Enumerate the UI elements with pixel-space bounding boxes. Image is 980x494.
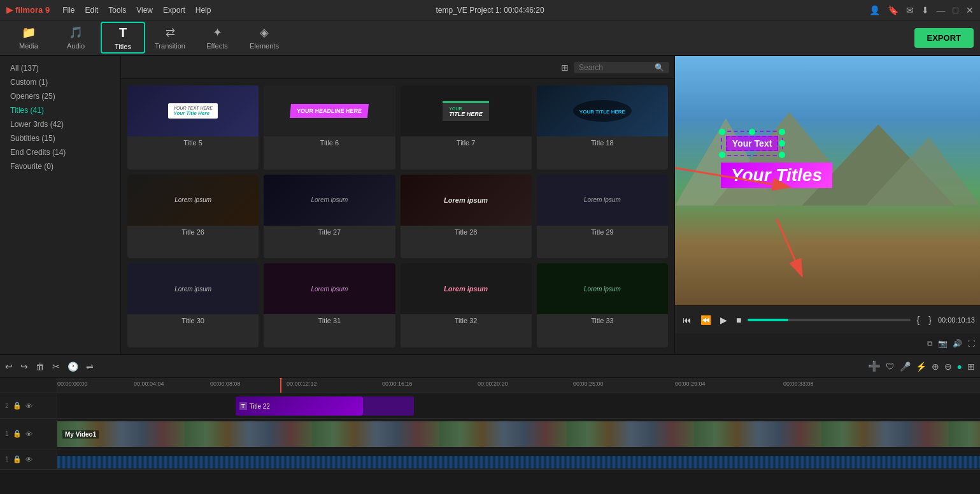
- fit-icon[interactable]: ⊞: [967, 361, 975, 372]
- toolbar-titles[interactable]: T Titles: [101, 22, 145, 54]
- step-back-button[interactable]: ⏪: [698, 314, 714, 326]
- maximize-button[interactable]: □: [953, 5, 958, 15]
- thumb-title7: YOUR TITLE HERE: [401, 85, 532, 136]
- grid-item-title32[interactable]: Lorem ipsum Title 32: [401, 263, 532, 347]
- elements-icon: ◈: [260, 25, 269, 40]
- grid-label-title33: Title 33: [537, 314, 668, 327]
- fullscreen-icon[interactable]: ⛶: [967, 339, 975, 348]
- toolbar-audio[interactable]: 🎵 Audio: [53, 22, 98, 54]
- account-icon[interactable]: 👤: [869, 5, 880, 15]
- search-icon[interactable]: 🔍: [655, 63, 664, 72]
- snapshot-icon[interactable]: 📷: [938, 339, 948, 348]
- toolbar-media-label: Media: [19, 42, 38, 50]
- audio-detach-button[interactable]: ⇌: [86, 361, 94, 372]
- eye-icon-1[interactable]: 👁: [25, 430, 32, 438]
- grid-view-icon[interactable]: ⊞: [561, 62, 569, 73]
- history-button[interactable]: 🕐: [67, 361, 78, 372]
- toolbar-elements-label: Elements: [250, 42, 279, 50]
- bookmark-icon[interactable]: 🔖: [888, 5, 898, 15]
- mic-icon[interactable]: 🎤: [900, 361, 911, 372]
- menu-edit[interactable]: Edit: [85, 6, 99, 15]
- add-track-button[interactable]: ➕: [868, 360, 881, 372]
- skip-back-button[interactable]: ⏮: [680, 314, 694, 326]
- grid-item-title6[interactable]: YOUR HEADLINE HERE Title 6: [264, 85, 395, 170]
- volume-icon[interactable]: 🔊: [953, 339, 962, 348]
- grid-item-title18[interactable]: YOUR TITLE HERE Title 18: [537, 85, 668, 170]
- thumb-title33: Lorem ipsum: [537, 263, 668, 314]
- grid-item-title29[interactable]: Lorem ipsum Title 29: [537, 175, 668, 259]
- sidebar-item-custom[interactable]: Custom (1): [0, 75, 120, 89]
- tc-2: 00:00:08:08: [210, 381, 241, 387]
- tc-1: 00:00:04:04: [134, 381, 164, 387]
- sidebar-item-lower3rds[interactable]: Lower 3rds (42): [0, 117, 120, 131]
- title-clip[interactable]: T Title 22: [236, 396, 363, 416]
- preview-title-overlay: Your Text Your Titles: [721, 131, 965, 188]
- lock-icon-audio[interactable]: 🔒: [13, 455, 22, 463]
- menu-file[interactable]: File: [62, 6, 75, 15]
- minus-icon[interactable]: ⊖: [944, 361, 952, 372]
- search-input[interactable]: [579, 63, 652, 72]
- delete-button[interactable]: 🗑: [36, 361, 45, 372]
- video-label: My Video1: [62, 430, 99, 439]
- menu-export[interactable]: Export: [163, 6, 185, 15]
- stop-button[interactable]: ■: [734, 314, 744, 326]
- pip-icon[interactable]: ⧉: [927, 339, 933, 348]
- undo-button[interactable]: ↩: [5, 361, 13, 372]
- minimize-button[interactable]: —: [937, 5, 946, 15]
- export-button[interactable]: EXPORT: [914, 28, 974, 48]
- preview-panel: Your Text Your Titles: [674, 56, 980, 354]
- zoom-slider[interactable]: ●: [957, 361, 962, 372]
- tc-5: 00:00:20:20: [478, 381, 508, 387]
- download-icon[interactable]: ⬇: [921, 5, 929, 15]
- grid-item-title7[interactable]: YOUR TITLE HERE Title 7: [401, 85, 532, 170]
- menu-help[interactable]: Help: [195, 6, 211, 15]
- timeline-tracks: 00:00:00:00 00:00:04:04 00:00:08:08 00:0…: [0, 378, 980, 494]
- grid-item-title27[interactable]: Lorem ipsum Title 27: [264, 175, 395, 259]
- preview-text-small: Your Text: [726, 136, 779, 151]
- playhead[interactable]: [280, 378, 281, 393]
- audio-track-area: [57, 449, 980, 469]
- eye-icon-audio[interactable]: 👁: [25, 456, 32, 463]
- toolbar-effects[interactable]: ✦ Effects: [195, 22, 239, 54]
- play-button[interactable]: ▶: [718, 314, 730, 326]
- grid-item-title31[interactable]: Lorem ipsum Title 31: [264, 263, 395, 347]
- mark-in-icon[interactable]: {: [914, 314, 923, 326]
- grid-item-title28[interactable]: Lorem ipsum Title 28: [401, 175, 532, 259]
- toolbar-media[interactable]: 📁 Media: [6, 22, 51, 54]
- lock-icon-2[interactable]: 🔒: [13, 402, 22, 410]
- menu-view[interactable]: View: [136, 6, 153, 15]
- sidebar-item-all[interactable]: All (137): [0, 61, 120, 75]
- progress-bar[interactable]: [748, 319, 910, 321]
- split-icon[interactable]: ⚡: [916, 361, 927, 372]
- toolbar-elements[interactable]: ◈ Elements: [242, 22, 287, 54]
- audio-track: 1 🔒 👁: [0, 449, 980, 470]
- redo-button[interactable]: ↪: [20, 361, 28, 372]
- grid-label-title18: Title 18: [537, 136, 668, 149]
- grid-item-title26[interactable]: Lorem ipsum Title 26: [127, 175, 259, 259]
- sidebar-item-favourite[interactable]: Favourite (0): [0, 159, 120, 173]
- grid-item-title5[interactable]: YOUR TEXT HERE Your Title Here Title 5: [127, 85, 259, 170]
- lock-icon-1[interactable]: 🔒: [13, 430, 22, 438]
- close-button[interactable]: ✕: [966, 5, 974, 15]
- menu-tools[interactable]: Tools: [108, 6, 126, 15]
- sidebar-item-endcredits[interactable]: End Credits (14): [0, 145, 120, 159]
- timeline-content: 00:00:00:00 00:00:04:04 00:00:08:08 00:0…: [0, 378, 980, 494]
- tc-7: 00:00:29:04: [675, 381, 706, 387]
- sidebar-item-titles[interactable]: Titles (41): [0, 103, 120, 117]
- mark-out-icon[interactable]: }: [926, 314, 934, 326]
- content-panel: ⊞ 🔍 YOUR TEXT HERE Your Title Here Title…: [121, 56, 674, 354]
- grid-item-title33[interactable]: Lorem ipsum Title 33: [537, 263, 668, 347]
- eye-icon-2[interactable]: 👁: [25, 402, 32, 410]
- handle-bl: [719, 152, 725, 158]
- mail-icon[interactable]: ✉: [906, 5, 914, 15]
- thumb-title5: YOUR TEXT HERE Your Title Here: [127, 85, 259, 136]
- sidebar-item-subtitles[interactable]: Subtitles (15): [0, 131, 120, 145]
- audio-icon: 🎵: [69, 25, 83, 40]
- cut-button[interactable]: ✂: [52, 361, 60, 372]
- sidebar-item-openers[interactable]: Openers (25): [0, 89, 120, 103]
- plus-icon[interactable]: ⊕: [932, 361, 939, 372]
- main-area: All (137) Custom (1) Openers (25) Titles…: [0, 56, 980, 354]
- toolbar-transition[interactable]: ⇄ Transition: [148, 22, 192, 54]
- grid-item-title30[interactable]: Lorem ipsum Title 30: [127, 263, 259, 347]
- menu-bar: File Edit Tools View Export Help: [62, 6, 211, 15]
